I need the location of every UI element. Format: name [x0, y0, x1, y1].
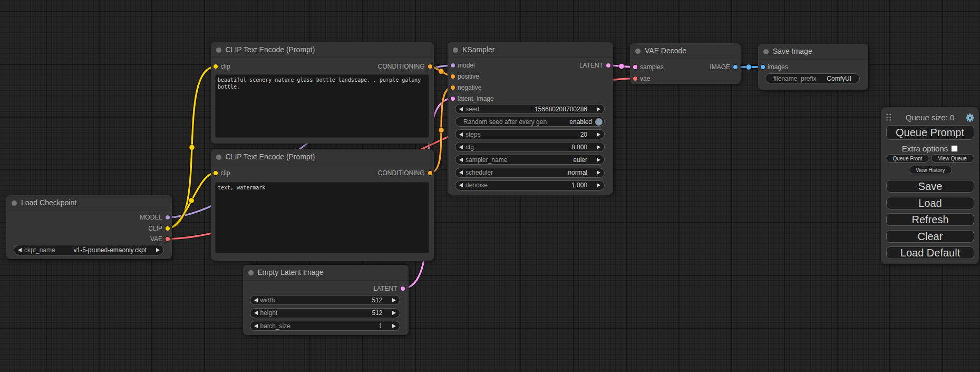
increment-arrow-icon[interactable]: [597, 145, 600, 149]
input-dot-clip[interactable]: [213, 170, 218, 176]
view-queue-button[interactable]: View Queue: [931, 154, 974, 163]
node-collapse-dot[interactable]: [635, 49, 641, 54]
node-collapse-dot[interactable]: [216, 155, 221, 160]
widget-height[interactable]: height 512: [250, 308, 400, 318]
node-collapse-dot[interactable]: [453, 47, 458, 53]
prompt-textarea[interactable]: text, watermark: [215, 182, 429, 253]
node-title-bar[interactable]: KSampler: [448, 42, 613, 58]
output-slot-latent[interactable]: LATENT: [373, 284, 397, 293]
settings-gear-icon[interactable]: [966, 113, 974, 122]
output-dot-conditioning[interactable]: [428, 64, 433, 69]
increment-arrow-icon[interactable]: [597, 132, 600, 137]
toggle-on-dot[interactable]: [595, 118, 603, 126]
output-slot-latent[interactable]: LATENT: [579, 61, 603, 70]
decrement-arrow-icon[interactable]: [254, 324, 258, 328]
node-vae-decode[interactable]: VAE Decode samples vae IMAGE: [630, 43, 741, 84]
output-dot-latent[interactable]: [606, 63, 611, 68]
node-collapse-dot[interactable]: [12, 201, 17, 206]
input-slot-positive[interactable]: positive: [458, 72, 479, 81]
node-collapse-dot[interactable]: [248, 270, 254, 275]
widget-steps[interactable]: steps 20: [455, 129, 605, 139]
widget-ckpt-name[interactable]: ckpt_name v1-5-pruned-emaonly.ckpt: [14, 245, 164, 255]
widget-cfg[interactable]: cfg 8.000: [455, 142, 605, 152]
input-dot-model[interactable]: [450, 63, 455, 68]
output-slot-clip[interactable]: CLIP: [148, 224, 162, 233]
prompt-textarea[interactable]: beautiful scenery nature glass bottle la…: [215, 74, 429, 138]
input-slot-vae[interactable]: vae: [640, 74, 650, 83]
node-clip-text-encode-positive[interactable]: CLIP Text Encode (Prompt) clip CONDITION…: [211, 42, 434, 144]
view-history-button[interactable]: View History: [909, 166, 953, 174]
node-title-bar[interactable]: Empty Latent Image: [243, 265, 409, 281]
increment-arrow-icon[interactable]: [156, 248, 160, 252]
decrement-arrow-icon[interactable]: [459, 158, 463, 162]
widget-batch-size[interactable]: batch_size 1: [250, 321, 400, 331]
output-slot-model[interactable]: MODEL: [140, 213, 162, 222]
input-dot-images[interactable]: [760, 64, 765, 70]
increment-arrow-icon[interactable]: [392, 298, 396, 302]
decrement-arrow-icon[interactable]: [459, 132, 463, 137]
input-dot-samples[interactable]: [633, 64, 638, 70]
widget-width[interactable]: width 512: [250, 295, 400, 305]
output-slot-image[interactable]: IMAGE: [710, 63, 730, 71]
input-dot-latent-image[interactable]: [450, 96, 455, 101]
decrement-arrow-icon[interactable]: [459, 145, 463, 149]
save-button[interactable]: Save: [886, 180, 974, 193]
input-slot-clip[interactable]: clip: [221, 169, 230, 177]
input-dot-clip[interactable]: [213, 64, 218, 69]
queue-front-button[interactable]: Queue Front: [886, 154, 929, 163]
input-slot-negative[interactable]: negative: [458, 83, 481, 92]
clear-button[interactable]: Clear: [886, 230, 974, 243]
decrement-arrow-icon[interactable]: [459, 107, 463, 111]
load-button[interactable]: Load: [886, 197, 974, 209]
node-title-bar[interactable]: CLIP Text Encode (Prompt): [211, 42, 434, 58]
decrement-arrow-icon[interactable]: [459, 183, 463, 187]
increment-arrow-icon[interactable]: [392, 311, 396, 315]
node-title-bar[interactable]: CLIP Text Encode (Prompt): [211, 149, 434, 165]
increment-arrow-icon[interactable]: [597, 158, 600, 162]
node-save-image[interactable]: Save Image images filename_prefix ComfyU…: [758, 44, 868, 90]
input-dot-vae[interactable]: [633, 76, 638, 81]
node-title-bar[interactable]: VAE Decode: [630, 43, 741, 59]
decrement-arrow-icon[interactable]: [254, 311, 258, 315]
decrement-arrow-icon[interactable]: [18, 248, 22, 252]
node-collapse-dot[interactable]: [763, 49, 769, 54]
output-dot-image[interactable]: [733, 64, 738, 70]
widget-denoise[interactable]: denoise 1.000: [455, 180, 605, 190]
extra-options-checkbox[interactable]: [951, 145, 958, 152]
output-slot-conditioning[interactable]: CONDITIONING: [378, 169, 425, 177]
load-default-button[interactable]: Load Default: [886, 246, 974, 259]
output-dot-latent[interactable]: [400, 286, 405, 291]
decrement-arrow-icon[interactable]: [459, 170, 463, 175]
node-title-bar[interactable]: Save Image: [758, 44, 868, 60]
decrement-arrow-icon[interactable]: [254, 298, 258, 302]
output-slot-vae[interactable]: VAE: [150, 235, 162, 243]
widget-filename-prefix[interactable]: filename_prefix ComfyUI: [765, 73, 860, 83]
node-collapse-dot[interactable]: [216, 47, 221, 53]
increment-arrow-icon[interactable]: [597, 170, 600, 175]
input-slot-latent-image[interactable]: latent_image: [458, 94, 494, 103]
output-dot-model[interactable]: [165, 215, 170, 220]
widget-random-seed-toggle[interactable]: Random seed after every gen enabled: [455, 117, 605, 127]
widget-scheduler[interactable]: scheduler normal: [455, 168, 605, 178]
refresh-button[interactable]: Refresh: [886, 213, 974, 226]
widget-sampler-name[interactable]: sampler_name euler: [455, 155, 605, 165]
output-dot-vae[interactable]: [165, 236, 170, 242]
node-ksampler[interactable]: KSampler model positive negative latent_…: [448, 42, 613, 195]
input-slot-model[interactable]: model: [458, 61, 475, 70]
node-empty-latent-image[interactable]: Empty Latent Image LATENT width 512 heig…: [243, 265, 409, 335]
output-dot-conditioning[interactable]: [428, 170, 433, 176]
output-slot-conditioning[interactable]: CONDITIONING: [378, 62, 425, 71]
increment-arrow-icon[interactable]: [597, 183, 600, 187]
increment-arrow-icon[interactable]: [597, 107, 600, 111]
input-slot-samples[interactable]: samples: [640, 63, 664, 71]
input-slot-clip[interactable]: clip: [221, 62, 230, 71]
node-title-bar[interactable]: Load Checkpoint: [6, 195, 172, 211]
increment-arrow-icon[interactable]: [392, 324, 396, 328]
queue-prompt-button[interactable]: Queue Prompt: [886, 125, 974, 140]
input-dot-negative[interactable]: [450, 85, 455, 90]
input-dot-positive[interactable]: [450, 74, 455, 79]
widget-seed[interactable]: seed 156680208700286: [455, 104, 605, 114]
output-dot-clip[interactable]: [165, 226, 170, 231]
input-slot-images[interactable]: images: [768, 63, 788, 71]
node-clip-text-encode-negative[interactable]: CLIP Text Encode (Prompt) clip CONDITION…: [211, 149, 434, 261]
